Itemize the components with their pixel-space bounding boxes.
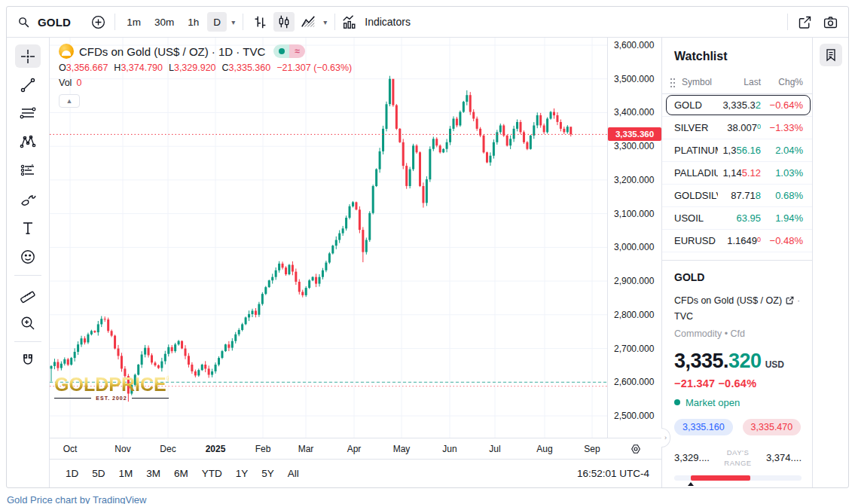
chart-pane[interactable]: CFDs on Gold (US$ / OZ) · 1D · TVC ≈ O3,… <box>50 38 661 438</box>
xabcd-pattern-icon <box>19 133 37 151</box>
price-tick: 3,300.000 <box>614 141 654 151</box>
row-change-percent: −1.33% <box>764 122 803 133</box>
chart-type-dropdown-chevron-icon[interactable]: ▾ <box>322 18 328 26</box>
emoji-tool-button[interactable] <box>15 245 41 268</box>
drag-handle-icon[interactable] <box>670 78 676 88</box>
open-in-new-window-button[interactable] <box>794 12 815 32</box>
legend-collapse-button[interactable]: ▲ <box>59 94 80 108</box>
column-symbol[interactable]: Symbol <box>682 77 712 87</box>
external-link-icon[interactable] <box>785 295 795 305</box>
fib-retracement-tool-button[interactable] <box>15 102 41 125</box>
bid-pill[interactable]: 3,335.160 <box>674 419 733 435</box>
watchlist-toggle-button[interactable] <box>820 44 842 66</box>
watchlist-bookmark-icon <box>823 47 838 63</box>
instrument-type: Cfd <box>731 328 745 339</box>
xabcd-pattern-tool-button[interactable] <box>15 130 41 154</box>
chevron-up-icon: ▲ <box>66 97 73 105</box>
detail-type: Commodity • Cfd <box>674 328 802 339</box>
row-last-price: 1.16490 <box>721 235 761 246</box>
area-chart-type-button[interactable] <box>298 12 319 32</box>
bullet: • <box>725 328 728 339</box>
text-tool-button[interactable] <box>15 216 41 240</box>
range-button-1m[interactable]: 1M <box>119 468 133 479</box>
candlestick-icon <box>276 14 292 30</box>
row-symbol: PLATINUM <box>674 145 718 156</box>
snapshot-button[interactable] <box>820 12 841 32</box>
range-button-6m[interactable]: 6M <box>174 468 188 479</box>
row-last-price: 87.718 <box>721 190 761 201</box>
toolbar-divider <box>14 275 41 276</box>
fib-lines-icon <box>19 105 37 123</box>
interval-1d-button[interactable]: D <box>207 12 227 32</box>
watchlist-row[interactable]: USOIL 63.95 1.94% <box>662 207 812 230</box>
row-symbol: PALLADIUM <box>674 167 718 179</box>
low-value: 3,329.920 <box>174 63 216 73</box>
range-button-ytd[interactable]: YTD <box>202 468 222 479</box>
row-change-percent: −0.64% <box>764 99 803 111</box>
range-button-1d[interactable]: 1D <box>66 468 78 479</box>
watchlist-row[interactable]: GOLD 3,335.32 −0.64% <box>662 94 812 117</box>
row-symbol: SILVER <box>674 122 718 133</box>
row-symbol: EURUSD <box>674 235 718 246</box>
detail-description: CFDs on Gold (US$ / OZ) · TVC <box>674 293 804 325</box>
time-tick: May <box>393 444 411 454</box>
row-last-price: 1,356.16 <box>721 145 761 156</box>
price-tick: 3,200.000 <box>614 175 654 185</box>
trend-line-tool-button[interactable] <box>15 73 41 96</box>
range-button-5d[interactable]: 5D <box>92 468 105 479</box>
smiley-icon <box>19 248 37 266</box>
indicators-icon <box>341 14 358 30</box>
market-open-dot-icon <box>674 399 680 405</box>
interval-1h-button[interactable]: 1h <box>182 12 204 32</box>
measure-tool-button[interactable] <box>15 283 41 306</box>
open-label: O <box>59 63 66 73</box>
range-button-5y[interactable]: 5Y <box>261 468 274 479</box>
column-chg[interactable]: Chg% <box>764 77 803 87</box>
column-last[interactable]: Last <box>718 77 761 87</box>
indicators-button[interactable]: Indicators <box>341 14 411 30</box>
bar-chart-type-button[interactable] <box>249 12 270 32</box>
compare-add-button[interactable] <box>87 12 108 32</box>
detail-exchange: TVC <box>674 311 693 322</box>
price-axis[interactable]: 3,600.0003,500.0003,400.0003,300.0003,20… <box>607 38 661 438</box>
forecast-tool-button[interactable] <box>15 159 41 182</box>
time-tick: Sep <box>584 444 600 454</box>
axis-settings-icon[interactable] <box>630 443 642 455</box>
range-button-1y[interactable]: 1Y <box>236 468 249 479</box>
watchlist-row[interactable]: EURUSD 1.16490 −0.48% <box>662 230 812 252</box>
clock[interactable]: 16:52:01 UTC-4 <box>577 468 649 479</box>
toolbar-divider <box>14 341 41 342</box>
range-button-3m[interactable]: 3M <box>146 468 160 479</box>
range-high: 3,374.... <box>766 452 802 463</box>
watermark-subtitle: EST. 2002 <box>96 396 127 401</box>
symbol-logo-icon <box>59 44 74 59</box>
brush-tool-button[interactable] <box>15 188 41 211</box>
ohlc-values: O3,356.667 H3,374.790 L3,329.920 C3,335.… <box>59 63 352 73</box>
magnet-tool-button[interactable] <box>15 349 41 372</box>
market-status-pill[interactable]: ≈ <box>273 44 305 58</box>
crosshair-tool-button[interactable] <box>15 44 41 68</box>
time-tick: Jun <box>442 444 457 454</box>
volume-row: Vol0 <box>59 78 352 88</box>
watchlist-row[interactable]: PLATINUM 1,356.16 2.04% <box>662 139 812 162</box>
symbol-search[interactable]: GOLD <box>17 16 71 29</box>
chart-legend: CFDs on Gold (US$ / OZ) · 1D · TVC ≈ O3,… <box>59 44 352 108</box>
chart-title[interactable]: CFDs on Gold (US$ / OZ) · 1D · TVC <box>79 45 265 58</box>
ask-pill[interactable]: 3,335.470 <box>743 419 802 435</box>
interval-30m-button[interactable]: 30m <box>149 12 179 32</box>
candles-chart-type-button[interactable] <box>273 12 295 32</box>
top-toolbar: GOLD 1m 30m 1h D ▾ ▾ <box>7 7 848 38</box>
tradingview-attribution-link[interactable]: Gold Price chart by TradingView <box>7 494 146 504</box>
watchlist-row[interactable]: SILVER 38.0070 −1.33% <box>662 117 812 139</box>
range-button-all[interactable]: All <box>288 468 299 479</box>
price-sup-digit: 0 <box>757 236 761 243</box>
watchlist-row[interactable]: PALLADIUM 1,145.12 1.03% <box>662 162 812 185</box>
toolbar-divider <box>334 14 335 30</box>
search-icon <box>17 16 30 29</box>
watchlist-row[interactable]: GOLDSILVER 87.718 0.68% <box>662 185 812 207</box>
zoom-in-tool-button[interactable] <box>15 311 41 334</box>
interval-dropdown-chevron-icon[interactable]: ▾ <box>230 18 237 26</box>
detail-separator: · <box>797 295 800 306</box>
interval-1m-button[interactable]: 1m <box>121 12 146 32</box>
time-axis[interactable]: OctNovDec2025FebMarAprMayJunJulAugSep <box>50 438 661 459</box>
